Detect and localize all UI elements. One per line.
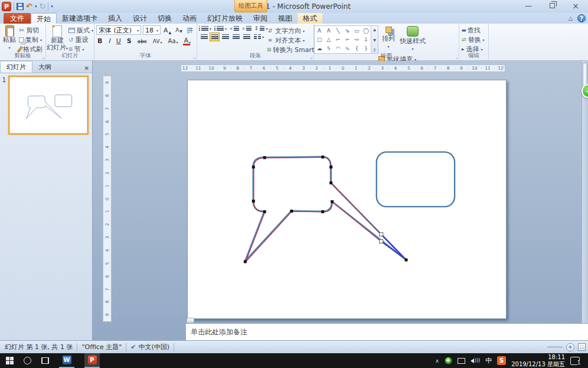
- rounded-rectangle-shape[interactable]: [377, 152, 455, 207]
- copy-button[interactable]: 复制▾: [19, 35, 43, 44]
- zoom-in-button[interactable]: +: [566, 343, 574, 351]
- align-left-button[interactable]: [199, 32, 209, 41]
- tab-design[interactable]: 设计: [128, 13, 152, 24]
- vertical-scrollbar[interactable]: ▲ ▼: [582, 61, 588, 340]
- tab-transitions[interactable]: 切换: [152, 13, 177, 24]
- elbow-connector-icon[interactable]: ⌐: [336, 37, 341, 43]
- language-indicator[interactable]: 中文(中国): [138, 343, 169, 351]
- collapse-ribbon-icon[interactable]: △: [569, 15, 573, 21]
- font-color-button[interactable]: A▾: [183, 37, 192, 45]
- fit-to-window-button[interactable]: ⛶: [578, 343, 586, 351]
- help-icon[interactable]: ?: [577, 14, 586, 22]
- find-button[interactable]: ●●查找: [462, 26, 485, 34]
- tab-review[interactable]: 审阅: [248, 13, 273, 24]
- replace-button[interactable]: ⇄替换▾: [462, 35, 485, 44]
- font-family-combo[interactable]: 宋体 (正文)▾: [96, 25, 141, 35]
- increase-indent-icon[interactable]: »: [242, 26, 251, 31]
- cloud-icon[interactable]: ☁: [316, 45, 322, 51]
- tab-view[interactable]: 视图: [273, 13, 298, 24]
- tab-slide-show[interactable]: 幻灯片放映: [202, 13, 248, 24]
- tab-insert[interactable]: 插入: [103, 13, 128, 24]
- notes-placeholder[interactable]: 单击此处添加备注: [186, 324, 588, 337]
- notes-splitter-grip[interactable]: ⋯: [187, 318, 194, 323]
- text-shadow-button[interactable]: S: [126, 37, 133, 45]
- align-right-button[interactable]: [220, 32, 230, 41]
- new-slide-button[interactable]: 新建幻灯片▾: [46, 24, 68, 52]
- justify-button[interactable]: [231, 32, 241, 41]
- close-button[interactable]: ×: [568, 1, 583, 11]
- right-arrow-icon[interactable]: ⇨: [354, 37, 359, 43]
- quick-styles-button[interactable]: 快速样式▾: [398, 24, 427, 53]
- rounded-rectangle-icon[interactable]: ▢: [317, 37, 322, 43]
- change-case-button[interactable]: Aa▾: [167, 38, 179, 44]
- italic-button[interactable]: I: [107, 37, 111, 45]
- oval-icon[interactable]: ◯: [363, 28, 369, 34]
- notes-pane[interactable]: ⋯ 单击此处添加备注: [186, 323, 588, 340]
- start-button[interactable]: [6, 357, 14, 364]
- speech-bubble-tail-segment[interactable]: [381, 235, 406, 260]
- numbering-icon[interactable]: ▾: [214, 26, 227, 31]
- slide-canvas[interactable]: [187, 80, 507, 319]
- reset-button[interactable]: ↺重设: [68, 35, 93, 44]
- text-box-icon[interactable]: A: [318, 28, 321, 34]
- tab-animations[interactable]: 动画: [177, 13, 202, 24]
- underline-button[interactable]: U: [115, 37, 122, 45]
- character-spacing-button[interactable]: AV▾: [152, 38, 164, 44]
- segment-handles[interactable]: [380, 233, 383, 243]
- down-arrow-icon[interactable]: ⇩: [364, 37, 368, 43]
- font-dialog-launcher[interactable]: ⌟: [193, 54, 195, 60]
- display-tray-icon[interactable]: [458, 358, 465, 364]
- show-hidden-icons[interactable]: ∧: [435, 358, 439, 364]
- antivirus-tray-icon[interactable]: ✚: [445, 357, 452, 364]
- rectangle-icon[interactable]: ▭: [354, 28, 360, 34]
- text-direction-button[interactable]: ⇵文字方向▾: [267, 27, 313, 35]
- minimize-button[interactable]: —: [521, 1, 536, 11]
- arrow-icon[interactable]: ⇘: [345, 28, 350, 34]
- search-icon[interactable]: [24, 357, 31, 364]
- tab-format[interactable]: 格式: [298, 13, 322, 24]
- phonetic-guide-button[interactable]: 拼: [185, 26, 194, 35]
- left-brace-icon[interactable]: {: [355, 45, 358, 51]
- line-spacing-icon[interactable]: ↕▾: [254, 25, 268, 31]
- slide-thumbnail[interactable]: [8, 76, 89, 135]
- ime-indicator[interactable]: 中: [485, 356, 492, 365]
- strikethrough-button[interactable]: abc: [136, 38, 148, 44]
- align-center-button[interactable]: [210, 32, 220, 41]
- drawing-dialog-launcher[interactable]: ⌟: [455, 54, 458, 60]
- speech-bubble-edit-path[interactable]: [246, 157, 382, 262]
- vertical-ruler[interactable]: 9876543210123456789: [103, 76, 112, 322]
- columns-icon[interactable]: ▾: [254, 34, 264, 40]
- paragraph-dialog-launcher[interactable]: ⌟: [310, 54, 312, 60]
- edit-point-handles[interactable]: [244, 155, 408, 263]
- tab-file[interactable]: 文件: [4, 13, 31, 24]
- cut-button[interactable]: ✂剪切: [19, 26, 43, 34]
- tab-outline[interactable]: 大纲: [32, 61, 57, 73]
- clock[interactable]: 18:11 2019/12/13 星期五: [511, 354, 565, 368]
- paste-button[interactable]: 粘贴▾: [0, 24, 19, 51]
- arrange-button[interactable]: 排列▾: [378, 24, 398, 50]
- restore-button[interactable]: [544, 1, 560, 11]
- distribute-button[interactable]: [241, 32, 251, 41]
- task-view-icon[interactable]: [41, 357, 49, 364]
- right-brace-icon[interactable]: }: [364, 45, 368, 51]
- bold-button[interactable]: B: [96, 37, 103, 45]
- curve-icon[interactable]: ∿: [345, 45, 350, 51]
- taskbar-word-button[interactable]: W: [59, 353, 74, 368]
- taskbar-powerpoint-button[interactable]: P: [84, 353, 100, 368]
- tab-home[interactable]: 开始: [31, 13, 57, 24]
- notification-center-icon[interactable]: 1: [570, 357, 580, 365]
- elbow-arrow-connector-icon[interactable]: ⌐: [345, 37, 350, 43]
- layout-button[interactable]: 版式▾: [68, 26, 93, 34]
- close-panel-icon[interactable]: ✕: [84, 65, 89, 73]
- sogou-input-icon[interactable]: S: [497, 356, 506, 365]
- align-text-button[interactable]: ≡对齐文本▾: [267, 36, 313, 44]
- scribble-icon[interactable]: ϟ: [327, 45, 331, 51]
- vertical-text-box-icon[interactable]: A: [327, 28, 331, 34]
- clipboard-dialog-launcher[interactable]: ⌟: [42, 54, 44, 60]
- grow-font-button[interactable]: A▲: [162, 27, 172, 34]
- shape-gallery-scrollbar[interactable]: ▲▼⊽: [371, 25, 378, 54]
- horizontal-ruler[interactable]: 12·11·10·9·8·7·6·5·4·3·2·1·0·1·2·3·4·5·6…: [181, 64, 505, 72]
- volume-icon[interactable]: ))): [471, 358, 480, 363]
- decrease-indent-icon[interactable]: «: [230, 26, 239, 31]
- tab-new-custom-tab[interactable]: 新建选项卡: [57, 13, 103, 24]
